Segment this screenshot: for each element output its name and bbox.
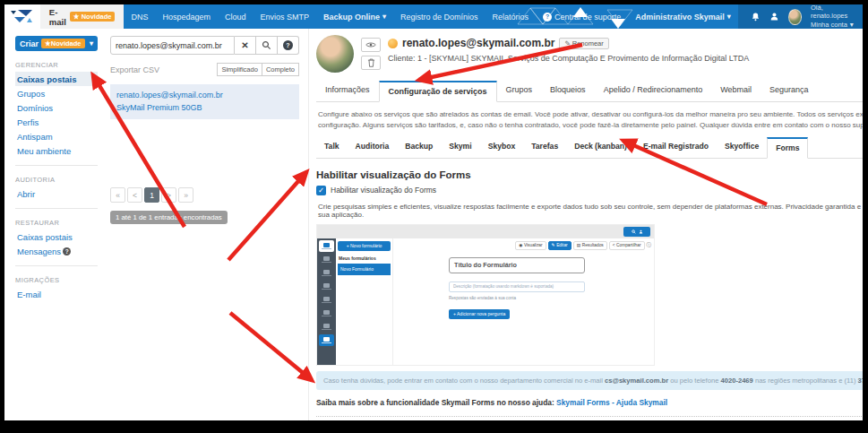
share-icon: < [613, 243, 615, 247]
sidebar-item-migracao-email[interactable]: E-mail [15, 287, 98, 301]
services-description: Configure abaixo os serviços que são atr… [318, 109, 863, 132]
page-prev-button[interactable]: < [127, 187, 142, 203]
avatar[interactable] [788, 9, 802, 25]
premium-badge-icon [388, 39, 398, 48]
sidebar-item-caixas-postais[interactable]: Caixas postais [15, 72, 98, 86]
contact-email: cs@skymail.com.br [605, 377, 668, 385]
sidebar-item-restaurar-caixas[interactable]: Caixas postais [15, 229, 98, 244]
skymail-forms-help-link[interactable]: Skymail Forms - Ajuda Skymail [556, 398, 667, 407]
page-first-button[interactable]: « [110, 187, 125, 203]
service-tab-backup[interactable]: Backup [397, 137, 441, 159]
search-button[interactable] [256, 36, 278, 55]
nav-link-relatorios[interactable]: Relatórios [486, 4, 537, 29]
service-tab-forms[interactable]: Forms [767, 137, 808, 159]
service-tab-auditoria[interactable]: Auditoria [348, 137, 398, 159]
sidebar-item-antispam[interactable]: Antispam [15, 129, 98, 143]
service-tab-tarefas[interactable]: Tarefas [523, 137, 566, 159]
skymail-logo[interactable] [4, 4, 40, 29]
eye-icon [365, 41, 376, 48]
tab-grupos[interactable]: Grupos [497, 81, 542, 102]
tab-informacoes[interactable]: Informações [316, 81, 379, 102]
chevron-down-icon: ▾ [850, 21, 854, 29]
bell-icon[interactable] [751, 11, 761, 22]
chevron-down-icon: ▾ [90, 39, 93, 48]
mailbox-title: renato.lopes@skymail.com.br [402, 37, 554, 49]
service-tabs: Talk Auditoria Backup Skymi Skybox Taref… [316, 137, 863, 159]
help-circle-icon: ? [283, 40, 293, 50]
star-icon: ★ [45, 39, 51, 48]
tab-configuracao-servicos[interactable]: Configuração de serviços [379, 81, 497, 102]
sidebar-item-mensagens[interactable]: Mensagens? [15, 244, 98, 258]
chevron-down-icon: ▾ [382, 13, 386, 21]
enable-forms-checkbox[interactable]: ✓ [316, 186, 326, 195]
tab-apelido-redirecionamento[interactable]: Apelido / Redirecionamento [595, 81, 712, 102]
rename-button[interactable]: ✎Renomear [559, 38, 608, 49]
clear-search-button[interactable]: ✕ [235, 36, 256, 55]
search-help-button[interactable]: ? [278, 36, 299, 55]
new-form-button: + Novo formulário [338, 241, 391, 251]
novidade-badge: ★Novidade [41, 39, 85, 48]
trash-mailbox-button[interactable] [361, 56, 381, 70]
service-tab-skybox[interactable]: Skybox [480, 137, 524, 159]
tab-bloqueios[interactable]: Bloqueios [541, 81, 595, 102]
preview-visualizar-button: ◉Visualizar [515, 241, 546, 250]
export-csv-link[interactable]: Exportar CSV [110, 65, 159, 74]
service-tab-skymi[interactable]: Skymi [441, 137, 479, 159]
chevron-down-icon: ▾ [727, 13, 731, 21]
nav-link-hospedagem[interactable]: Hospedagem [155, 4, 218, 29]
sidebar-item-dominios[interactable]: Domínios [15, 100, 98, 115]
view-simplificado-button[interactable]: Simplificado [217, 63, 262, 76]
nav-link-backup-online[interactable]: Backup Online▾ [316, 4, 393, 29]
forms-preview-toolbar [317, 225, 654, 238]
view-mailbox-button[interactable] [361, 38, 381, 52]
commercial-contact-notice: Caso tenha dúvidas, pode entrar em conta… [316, 371, 863, 390]
service-tab-skyoffice[interactable]: Skyoffice [717, 137, 767, 159]
nav-link-dns[interactable]: DNS [124, 4, 155, 29]
nav-tab-email[interactable]: E-mail ★ Novidade [40, 4, 125, 29]
forms-preview-image: + Novo formulário Meus formulários Novo … [316, 224, 655, 366]
divider [15, 208, 98, 209]
contact-phone-other: 3777-8410 [858, 377, 863, 385]
chart-icon: ▤ [577, 243, 581, 247]
view-completo-button[interactable]: Completo [262, 63, 299, 76]
mailbox-detail-panel: Excluir renato.lopes@skymail.com.br [309, 29, 863, 420]
nav-link-cloud[interactable]: Cloud [218, 4, 254, 29]
sidebar-item-perfis[interactable]: Perfis [15, 115, 98, 129]
mailbox-email: renato.lopes@skymail.com.br [116, 90, 293, 102]
user-icon[interactable] [769, 11, 779, 22]
nav-link-central-suporte[interactable]: ?Central de suporte [536, 4, 628, 29]
page-next-button[interactable]: > [161, 187, 176, 203]
service-tab-talk[interactable]: Talk [316, 137, 348, 159]
sidebar-item-grupos[interactable]: Grupos [15, 86, 98, 100]
service-tab-email-registrado[interactable]: E-mail Registrado [635, 137, 717, 159]
preview-resultados-button: ▤Resultados [573, 241, 607, 250]
section-title-migracoes: MIGRAÇÕES [15, 276, 98, 284]
sidebar-item-abrir[interactable]: Abrir [15, 186, 98, 201]
mailbox-list-item[interactable]: renato.lopes@skymail.com.br SkyMail Prem… [110, 84, 299, 119]
left-sidebar: Criar ★Novidade ▾ GERENCIAR Caixas posta… [4, 29, 105, 420]
forms-preview-editor: ◉Visualizar ✎Editar ▤Resultados <Compart… [393, 238, 654, 365]
tab-seguranca[interactable]: Segurança [761, 81, 818, 102]
info-icon: ⓘ [647, 242, 652, 248]
page-last-button[interactable]: » [178, 187, 193, 203]
star-icon: ★ [73, 13, 80, 21]
form-preview-nav-icon [319, 240, 334, 252]
sidebar-item-meu-ambiente[interactable]: Meu ambiente [15, 143, 98, 158]
nav-link-envios-smtp[interactable]: Envios SMTP [253, 4, 316, 29]
search-icon [632, 229, 636, 234]
clear-icon: ✕ [241, 40, 248, 50]
page-1-button[interactable]: 1 [144, 187, 159, 203]
contact-phone-metro: 4020-2469 [720, 377, 752, 385]
tab-webmail[interactable]: Webmail [711, 81, 761, 102]
client-info: Cliente: 1 - [SKYMAIL] SKYMAIL Serviços … [388, 54, 749, 63]
mailbox-avatar [316, 35, 354, 73]
create-button[interactable]: Criar ★Novidade ▾ [15, 36, 98, 51]
service-tab-deck-kanban[interactable]: Deck (kanban) [566, 137, 635, 159]
my-account-label: Minha conta [811, 21, 847, 29]
account-menu[interactable]: Olá, renato.lopes Minha conta▾ [811, 4, 854, 30]
nav-link-registro-dominios[interactable]: Registro de Domínios [393, 4, 486, 29]
nav-admin-menu[interactable]: Administrativo Skymail▾ [628, 4, 738, 29]
search-input[interactable] [110, 36, 235, 55]
top-navbar: E-mail ★ Novidade DNS Hospedagem Cloud E… [4, 4, 863, 29]
divider [15, 265, 98, 266]
